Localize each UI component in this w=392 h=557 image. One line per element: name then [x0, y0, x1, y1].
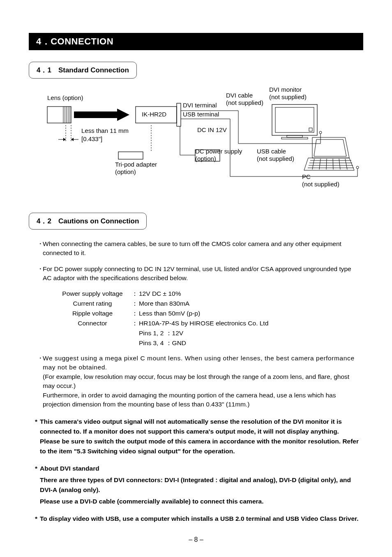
label-less-than-line1: Less than 11 mm	[81, 127, 129, 134]
label-dvi-monitor-l1: DVI monitor	[269, 86, 302, 93]
svg-line-32	[314, 139, 316, 156]
bullet-2: ・ For DC power supply connecting to DC I…	[37, 265, 359, 283]
spec-row-2: Current rating ： More than 830mA	[53, 299, 359, 309]
spec-row-5: Pins 1, 2 ：12V	[53, 328, 359, 338]
note-1: * This camera's video output signal will…	[35, 417, 359, 456]
spec-row-6: Pins 3, 4 ：GND	[53, 338, 359, 348]
note-3: * To display video with USB, use a compu…	[35, 514, 359, 524]
svg-rect-16	[118, 152, 143, 159]
svg-rect-0	[47, 107, 71, 123]
spec-row-3: Ripple voltage ： Less than 50mV (p-p)	[53, 309, 359, 318]
label-tripod-l2: (option)	[115, 168, 136, 175]
spec-value: Less than 50mV (p-p)	[139, 309, 359, 318]
svg-rect-21	[275, 107, 314, 132]
label-usb-cable-l1: USB cable	[257, 148, 286, 155]
svg-marker-14	[71, 138, 74, 141]
label-pc-l1: PC	[302, 173, 311, 180]
asterisk-icon: *	[35, 464, 40, 506]
connection-diagram: Lens (option) Less than 11 mm [0.433"] I…	[33, 86, 362, 193]
spec-row-1: Power supply voltage ： 12V DC ± 10%	[53, 289, 359, 299]
note-2: * About DVI standard There are three typ…	[35, 464, 359, 506]
label-dc-power-l2: (option)	[195, 155, 216, 162]
note-2-content: About DVI standard There are three types…	[40, 464, 359, 506]
note-2a: There are three types of DVI connectors:…	[40, 475, 359, 495]
subsection-4-2-heading: 4．2 Cautions on Connection	[29, 213, 147, 230]
note-3-text: To display video with USB, use a compute…	[40, 514, 359, 524]
label-dvi-monitor-l2: (not supplied)	[269, 93, 307, 100]
spec-colon: ：	[131, 289, 139, 299]
label-less-than-line2: [0.433"]	[81, 135, 102, 142]
bullet-1: ・ When connecting the camera cables, be …	[37, 239, 359, 258]
bullet-3b: (For example, low resolution may occur, …	[43, 373, 349, 389]
spec-label: Power supply voltage	[53, 289, 131, 299]
label-usb-cable-l2: (not supplied)	[257, 155, 294, 162]
spec-value: Pins 3, 4 ：GND	[139, 338, 359, 348]
spec-colon: ：	[131, 318, 139, 328]
label-pc-l2: (not supplied)	[302, 181, 339, 188]
svg-rect-8	[177, 103, 181, 126]
label-dc-power-l1: DC power supply	[195, 148, 242, 155]
page-number: – 8 –	[29, 536, 363, 543]
label-dvi-cable-l2: (not supplied)	[226, 99, 263, 106]
bullet-dot-icon: ・	[37, 354, 43, 409]
svg-marker-30	[312, 137, 349, 158]
bullet-3c: Furthermore, in order to avoid damaging …	[43, 392, 336, 408]
label-lens: Lens (option)	[47, 94, 83, 101]
note-1-text: This camera's video output signal will n…	[40, 417, 359, 456]
bullet-3a: We suggest using a mega pixel C mount le…	[43, 355, 355, 371]
spec-row-4: Connector ： HR10A-7P-4S by HIROSE electr…	[53, 318, 359, 328]
spec-value: More than 830mA	[139, 299, 359, 309]
label-dc-in-12v: DC IN 12V	[197, 126, 227, 133]
bullet-1-text: When connecting the camera cables, be su…	[43, 239, 359, 258]
svg-rect-24	[309, 128, 312, 131]
svg-marker-29	[304, 158, 354, 170]
label-tripod-l1: Tri-pod adapter	[115, 161, 157, 168]
manual-page: 4．CONNECTION 4．1 Standard Connection	[0, 0, 392, 557]
spec-colon: ：	[131, 299, 139, 309]
spec-value: 12V DC ± 10%	[139, 289, 359, 299]
bullet-3-content: We suggest using a mega pixel C mount le…	[43, 354, 359, 409]
label-usb-terminal: USB terminal	[183, 111, 219, 118]
cautions-body: ・ When connecting the camera cables, be …	[37, 239, 359, 409]
spec-colon: ：	[131, 309, 139, 318]
bullet-3: ・ We suggest using a mega pixel C mount …	[37, 354, 359, 409]
svg-rect-22	[287, 135, 302, 137]
subsection-4-1-heading: 4．1 Standard Connection	[29, 62, 137, 79]
spec-value: Pins 1, 2 ：12V	[139, 328, 359, 338]
label-dvi-terminal: DVI terminal	[183, 102, 217, 109]
note-2-title: About DVI standard	[40, 465, 99, 472]
label-ik-hr2d: IK-HR2D	[142, 111, 166, 118]
spec-label: Ripple voltage	[53, 309, 131, 318]
bullet-2-text: For DC power supply connecting to DC IN …	[43, 265, 359, 283]
label-dvi-cable-l1: DVI cable	[226, 92, 253, 99]
bullet-dot-icon: ・	[37, 265, 43, 283]
svg-rect-23	[281, 137, 308, 139]
svg-marker-12	[63, 138, 66, 141]
note-2b: Please use a DVI-D cable (commercially a…	[40, 497, 359, 506]
bullet-dot-icon: ・	[37, 239, 43, 258]
svg-marker-6	[74, 109, 129, 121]
spec-label: Connector	[53, 318, 131, 328]
page-number-value: 8	[194, 536, 198, 543]
spec-value: HR10A-7P-4S by HIROSE electronics Co. Lt…	[139, 318, 359, 328]
asterisk-icon: *	[35, 417, 40, 456]
section-banner: 4．CONNECTION	[29, 33, 363, 50]
asterisk-icon: *	[35, 514, 40, 524]
spec-label: Current rating	[53, 299, 131, 309]
